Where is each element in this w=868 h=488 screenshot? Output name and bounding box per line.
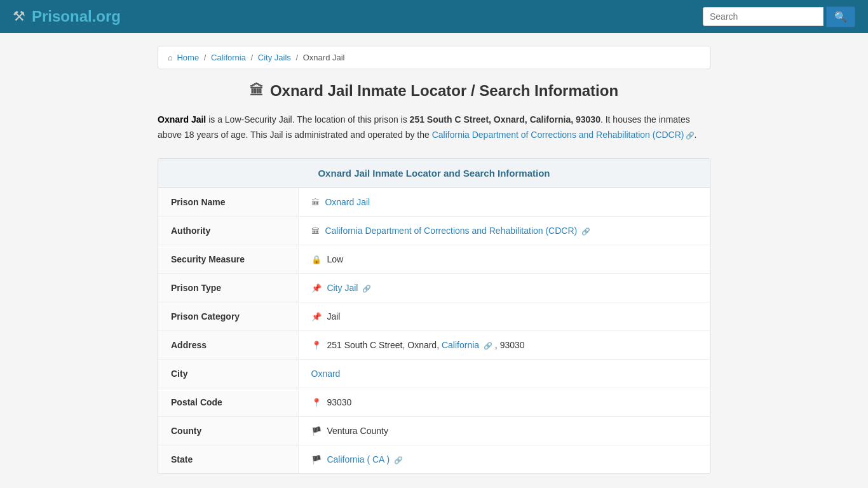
cdcr-link-desc[interactable]: California Department of Corrections and… bbox=[432, 130, 695, 140]
prison-name-link[interactable]: Oxnard Jail bbox=[325, 197, 370, 207]
breadcrumb: ⌂ Home / California / City Jails / Oxnar… bbox=[158, 46, 710, 69]
table-label: Address bbox=[158, 330, 298, 359]
pin-icon: 📍 bbox=[311, 341, 322, 350]
authority-link[interactable]: California Department of Corrections and… bbox=[325, 226, 577, 236]
table-label: County bbox=[158, 416, 298, 445]
table-label: City bbox=[158, 359, 298, 388]
map-icon: 🔗 bbox=[484, 342, 492, 349]
table-value: 🔒 Low bbox=[298, 245, 710, 273]
search-icon: 🔍 bbox=[834, 11, 847, 22]
table-value: 📌 Jail bbox=[298, 302, 710, 330]
table-label: Postal Code bbox=[158, 388, 298, 416]
breadcrumb-city-jails[interactable]: City Jails bbox=[258, 53, 291, 62]
site-header: ⚒ Prisonal.org 🔍 bbox=[0, 0, 868, 33]
table-label: Security Measure bbox=[158, 245, 298, 273]
info-section-header: Oxnard Jail Inmate Locator and Search In… bbox=[158, 159, 710, 188]
city-link[interactable]: Oxnard bbox=[311, 369, 341, 379]
logo-area: ⚒ Prisonal.org bbox=[13, 8, 121, 25]
description-block: Oxnard Jail is a Low-Security Jail. The … bbox=[158, 112, 710, 143]
table-value: 📌 City Jail 🔗 bbox=[298, 273, 710, 302]
table-row: State 🏴 California ( CA ) 🔗 bbox=[158, 445, 710, 473]
authority-icon: 🏛 bbox=[311, 226, 320, 236]
logo-icon: ⚒ bbox=[13, 8, 25, 25]
table-row: Prison Type 📌 City Jail 🔗 bbox=[158, 273, 710, 302]
info-section: Oxnard Jail Inmate Locator and Search In… bbox=[158, 158, 710, 474]
prison-icon: 🏛 bbox=[250, 83, 264, 99]
table-row: Security Measure 🔒 Low bbox=[158, 245, 710, 273]
location-icon: 📌 bbox=[311, 283, 322, 293]
breadcrumb-sep-3: / bbox=[295, 53, 298, 62]
search-area: 🔍 bbox=[703, 6, 855, 27]
ext-icon: 🔗 bbox=[581, 227, 590, 235]
logo-text: Prisonal.org bbox=[32, 8, 121, 25]
table-label: State bbox=[158, 445, 298, 473]
home-icon: ⌂ bbox=[168, 53, 173, 62]
state-anchor-icon: 🔗 bbox=[394, 456, 403, 464]
logo-accent: .org bbox=[92, 8, 121, 25]
table-row: Prison Category 📌 Jail bbox=[158, 302, 710, 330]
table-value: 📍 93030 bbox=[298, 388, 710, 416]
table-value: 📍 251 South C Street, Oxnard, California… bbox=[298, 330, 710, 359]
table-label: Authority bbox=[158, 216, 298, 245]
state-link-address[interactable]: California bbox=[442, 340, 479, 350]
table-row: Authority 🏛 California Department of Cor… bbox=[158, 216, 710, 245]
desc-address: 251 South C Street, Oxnard, California, … bbox=[410, 114, 600, 125]
state-link[interactable]: California ( CA ) bbox=[327, 454, 390, 464]
table-row: City Oxnard bbox=[158, 359, 710, 388]
anchor-icon: 🔗 bbox=[362, 285, 371, 292]
prison-name-bold: Oxnard Jail bbox=[158, 114, 206, 125]
lock-icon: 🔒 bbox=[311, 255, 322, 264]
table-row: Prison Name 🏛 Oxnard Jail bbox=[158, 188, 710, 217]
state-flag-icon: 🏴 bbox=[311, 455, 322, 464]
table-value: Oxnard bbox=[298, 359, 710, 388]
search-input[interactable] bbox=[703, 7, 824, 26]
search-button[interactable]: 🔍 bbox=[826, 6, 855, 27]
table-value: 🏴 Ventura County bbox=[298, 416, 710, 445]
table-row: County 🏴 Ventura County bbox=[158, 416, 710, 445]
breadcrumb-current: Oxnard Jail bbox=[303, 53, 345, 62]
flag-icon: 🏴 bbox=[311, 426, 322, 436]
table-value: 🏴 California ( CA ) 🔗 bbox=[298, 445, 710, 473]
breadcrumb-california[interactable]: California bbox=[211, 53, 246, 62]
table-label: Prison Name bbox=[158, 188, 298, 217]
breadcrumb-home[interactable]: Home bbox=[177, 53, 199, 62]
table-row: Address 📍 251 South C Street, Oxnard, Ca… bbox=[158, 330, 710, 359]
category-icon: 📌 bbox=[311, 312, 322, 322]
breadcrumb-sep-2: / bbox=[251, 53, 254, 62]
table-label: Prison Category bbox=[158, 302, 298, 330]
external-link-icon: 🔗 bbox=[686, 132, 695, 139]
info-table: Prison Name 🏛 Oxnard Jail Authority 🏛 Ca… bbox=[158, 188, 710, 473]
content-wrapper: ⌂ Home / California / City Jails / Oxnar… bbox=[148, 46, 720, 474]
building-icon: 🏛 bbox=[311, 198, 320, 207]
table-value: 🏛 California Department of Corrections a… bbox=[298, 216, 710, 245]
table-value: 🏛 Oxnard Jail bbox=[298, 188, 710, 217]
desc-end: . bbox=[695, 130, 697, 140]
prison-type-link[interactable]: City Jail bbox=[327, 283, 358, 293]
table-row: Postal Code 📍 93030 bbox=[158, 388, 710, 416]
postal-icon: 📍 bbox=[311, 398, 322, 407]
desc-part1: is a Low-Security Jail. The location of … bbox=[206, 114, 409, 125]
table-label: Prison Type bbox=[158, 273, 298, 302]
logo-main: Prisonal bbox=[32, 8, 92, 25]
breadcrumb-sep-1: / bbox=[204, 53, 207, 62]
page-title: 🏛 Oxnard Jail Inmate Locator / Search In… bbox=[158, 82, 710, 100]
